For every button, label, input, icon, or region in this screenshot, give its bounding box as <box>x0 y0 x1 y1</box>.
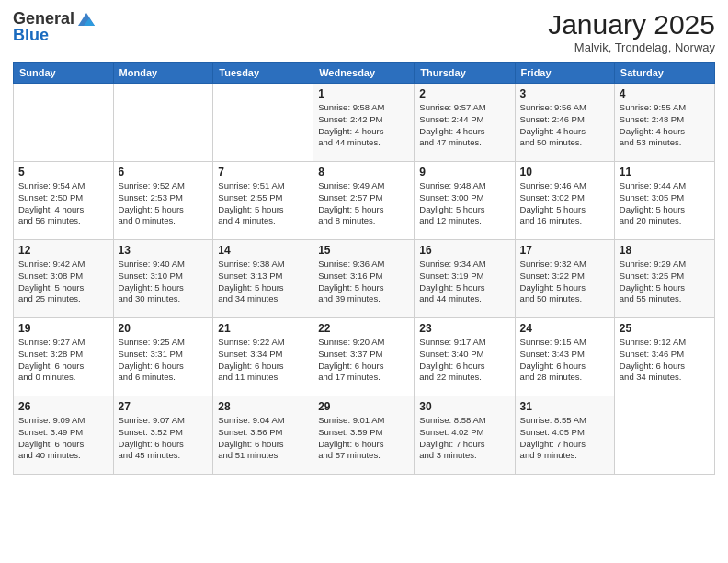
day-number: 19 <box>18 322 108 335</box>
calendar-cell: 18Sunrise: 9:29 AM Sunset: 3:25 PM Dayli… <box>614 240 714 318</box>
day-number: 20 <box>119 322 209 335</box>
day-number: 23 <box>419 322 509 335</box>
calendar-cell: 14Sunrise: 9:38 AM Sunset: 3:13 PM Dayli… <box>213 240 313 318</box>
day-number: 6 <box>119 166 209 178</box>
day-number: 31 <box>520 400 609 413</box>
day-number: 3 <box>520 87 609 100</box>
calendar-cell: 4Sunrise: 9:55 AM Sunset: 2:48 PM Daylig… <box>614 84 714 162</box>
day-info: Sunrise: 9:04 AM Sunset: 3:56 PM Dayligh… <box>218 415 308 462</box>
day-info: Sunrise: 8:55 AM Sunset: 4:05 PM Dayligh… <box>520 415 609 462</box>
calendar-cell: 29Sunrise: 9:01 AM Sunset: 3:59 PM Dayli… <box>313 396 415 475</box>
day-info: Sunrise: 9:27 AM Sunset: 3:28 PM Dayligh… <box>18 337 108 384</box>
logo-icon <box>76 9 97 29</box>
day-info: Sunrise: 9:57 AM Sunset: 2:44 PM Dayligh… <box>419 102 509 149</box>
calendar-cell: 17Sunrise: 9:32 AM Sunset: 3:22 PM Dayli… <box>515 240 614 318</box>
logo: General Blue <box>13 9 97 45</box>
column-header-saturday: Saturday <box>614 63 714 84</box>
calendar-week-5: 26Sunrise: 9:09 AM Sunset: 3:49 PM Dayli… <box>14 396 715 475</box>
calendar-cell: 3Sunrise: 9:56 AM Sunset: 2:46 PM Daylig… <box>515 84 614 162</box>
day-number: 16 <box>419 244 509 257</box>
day-info: Sunrise: 9:07 AM Sunset: 3:52 PM Dayligh… <box>119 415 209 462</box>
calendar-cell: 22Sunrise: 9:20 AM Sunset: 3:37 PM Dayli… <box>313 318 415 396</box>
calendar-body: 1Sunrise: 9:58 AM Sunset: 2:42 PM Daylig… <box>14 84 715 475</box>
calendar-cell <box>14 84 114 162</box>
day-number: 5 <box>18 166 108 178</box>
column-header-sunday: Sunday <box>14 63 114 84</box>
day-info: Sunrise: 9:42 AM Sunset: 3:08 PM Dayligh… <box>18 259 108 305</box>
day-info: Sunrise: 8:58 AM Sunset: 4:02 PM Dayligh… <box>419 415 509 462</box>
day-number: 25 <box>620 322 710 335</box>
calendar-cell: 11Sunrise: 9:44 AM Sunset: 3:05 PM Dayli… <box>614 162 714 240</box>
day-info: Sunrise: 9:56 AM Sunset: 2:46 PM Dayligh… <box>520 102 609 149</box>
day-info: Sunrise: 9:09 AM Sunset: 3:49 PM Dayligh… <box>18 415 108 462</box>
day-info: Sunrise: 9:36 AM Sunset: 3:16 PM Dayligh… <box>318 259 409 305</box>
day-number: 9 <box>419 166 509 178</box>
day-number: 24 <box>520 322 609 335</box>
column-header-tuesday: Tuesday <box>213 63 313 84</box>
calendar-cell: 13Sunrise: 9:40 AM Sunset: 3:10 PM Dayli… <box>113 240 213 318</box>
calendar-cell: 20Sunrise: 9:25 AM Sunset: 3:31 PM Dayli… <box>113 318 213 396</box>
day-info: Sunrise: 9:44 AM Sunset: 3:05 PM Dayligh… <box>620 180 710 227</box>
day-info: Sunrise: 9:46 AM Sunset: 3:02 PM Dayligh… <box>520 180 609 227</box>
day-number: 29 <box>318 400 409 413</box>
title-location: Malvik, Trondelag, Norway <box>548 40 715 54</box>
calendar-cell: 2Sunrise: 9:57 AM Sunset: 2:44 PM Daylig… <box>415 84 515 162</box>
title-month: January 2025 <box>548 9 715 40</box>
day-info: Sunrise: 9:32 AM Sunset: 3:22 PM Dayligh… <box>520 259 609 305</box>
column-header-thursday: Thursday <box>415 63 515 84</box>
day-info: Sunrise: 9:48 AM Sunset: 3:00 PM Dayligh… <box>419 180 509 227</box>
header: General Blue January 2025 Malvik, Tronde… <box>13 9 715 54</box>
calendar-cell: 26Sunrise: 9:09 AM Sunset: 3:49 PM Dayli… <box>14 396 114 475</box>
day-number: 18 <box>620 244 710 257</box>
day-info: Sunrise: 9:01 AM Sunset: 3:59 PM Dayligh… <box>318 415 409 462</box>
column-header-wednesday: Wednesday <box>313 63 415 84</box>
day-number: 26 <box>18 400 108 413</box>
day-info: Sunrise: 9:38 AM Sunset: 3:13 PM Dayligh… <box>218 259 308 305</box>
column-header-monday: Monday <box>113 63 213 84</box>
day-info: Sunrise: 9:20 AM Sunset: 3:37 PM Dayligh… <box>318 337 409 384</box>
day-number: 27 <box>119 400 209 413</box>
day-info: Sunrise: 9:52 AM Sunset: 2:53 PM Dayligh… <box>119 180 209 227</box>
calendar-cell: 5Sunrise: 9:54 AM Sunset: 2:50 PM Daylig… <box>14 162 114 240</box>
day-number: 8 <box>318 166 409 178</box>
day-number: 17 <box>520 244 609 257</box>
day-number: 28 <box>218 400 308 413</box>
day-info: Sunrise: 9:29 AM Sunset: 3:25 PM Dayligh… <box>620 259 710 305</box>
title-block: January 2025 Malvik, Trondelag, Norway <box>548 9 715 54</box>
day-info: Sunrise: 9:15 AM Sunset: 3:43 PM Dayligh… <box>520 337 609 384</box>
day-number: 7 <box>218 166 308 178</box>
calendar-cell: 6Sunrise: 9:52 AM Sunset: 2:53 PM Daylig… <box>113 162 213 240</box>
day-info: Sunrise: 9:25 AM Sunset: 3:31 PM Dayligh… <box>119 337 209 384</box>
calendar-cell: 30Sunrise: 8:58 AM Sunset: 4:02 PM Dayli… <box>415 396 515 475</box>
calendar-cell: 16Sunrise: 9:34 AM Sunset: 3:19 PM Dayli… <box>415 240 515 318</box>
calendar-cell: 23Sunrise: 9:17 AM Sunset: 3:40 PM Dayli… <box>415 318 515 396</box>
day-info: Sunrise: 9:55 AM Sunset: 2:48 PM Dayligh… <box>620 102 710 149</box>
calendar-cell <box>213 84 313 162</box>
calendar-cell: 19Sunrise: 9:27 AM Sunset: 3:28 PM Dayli… <box>14 318 114 396</box>
day-number: 10 <box>520 166 609 178</box>
calendar-week-4: 19Sunrise: 9:27 AM Sunset: 3:28 PM Dayli… <box>14 318 715 396</box>
calendar-cell: 27Sunrise: 9:07 AM Sunset: 3:52 PM Dayli… <box>113 396 213 475</box>
calendar-cell: 24Sunrise: 9:15 AM Sunset: 3:43 PM Dayli… <box>515 318 614 396</box>
calendar-cell: 7Sunrise: 9:51 AM Sunset: 2:55 PM Daylig… <box>213 162 313 240</box>
day-info: Sunrise: 9:17 AM Sunset: 3:40 PM Dayligh… <box>419 337 509 384</box>
calendar-table: SundayMondayTuesdayWednesdayThursdayFrid… <box>13 62 715 475</box>
calendar-cell: 12Sunrise: 9:42 AM Sunset: 3:08 PM Dayli… <box>14 240 114 318</box>
calendar-week-3: 12Sunrise: 9:42 AM Sunset: 3:08 PM Dayli… <box>14 240 715 318</box>
day-number: 15 <box>318 244 409 257</box>
calendar-cell <box>614 396 714 475</box>
calendar-header: SundayMondayTuesdayWednesdayThursdayFrid… <box>14 63 715 84</box>
day-number: 4 <box>620 87 710 100</box>
day-number: 12 <box>18 244 108 257</box>
calendar-cell: 10Sunrise: 9:46 AM Sunset: 3:02 PM Dayli… <box>515 162 614 240</box>
day-info: Sunrise: 9:58 AM Sunset: 2:42 PM Dayligh… <box>318 102 409 149</box>
day-number: 11 <box>620 166 710 178</box>
calendar-cell: 21Sunrise: 9:22 AM Sunset: 3:34 PM Dayli… <box>213 318 313 396</box>
calendar-cell: 25Sunrise: 9:12 AM Sunset: 3:46 PM Dayli… <box>614 318 714 396</box>
day-info: Sunrise: 9:54 AM Sunset: 2:50 PM Dayligh… <box>18 180 108 227</box>
day-info: Sunrise: 9:12 AM Sunset: 3:46 PM Dayligh… <box>620 337 710 384</box>
day-number: 21 <box>218 322 308 335</box>
day-number: 13 <box>119 244 209 257</box>
page: General Blue January 2025 Malvik, Tronde… <box>0 0 728 563</box>
header-row: SundayMondayTuesdayWednesdayThursdayFrid… <box>14 63 715 84</box>
